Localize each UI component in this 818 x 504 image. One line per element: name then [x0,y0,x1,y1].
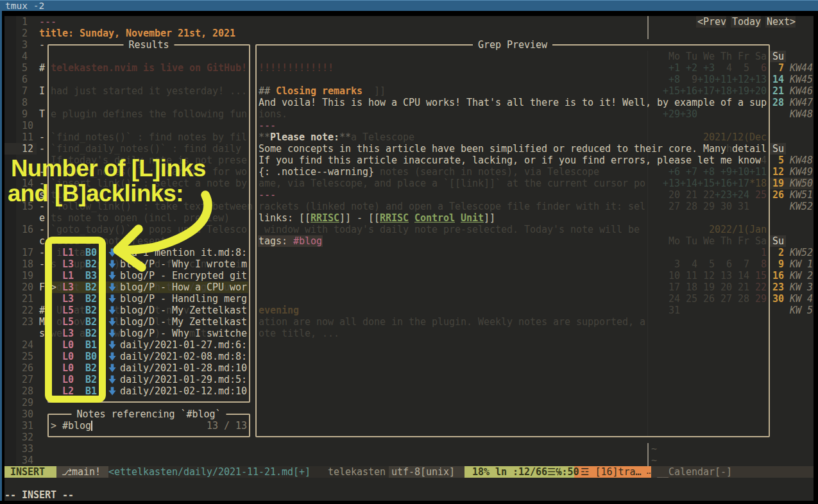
text-segment: 19 [772,178,784,189]
text-segment: 16 [22,224,33,235]
text-segment: 16 [772,270,784,281]
text-segment: 25 [22,351,33,362]
text-segment: 24 [22,339,33,351]
annotation-line1: Number of [L]inks [11,156,206,181]
text-segment: KW 3 [790,281,813,293]
text-segment: - [39,39,45,51]
text-segment: 8 [22,97,28,108]
text-segment: 28 [772,97,784,108]
text-segment: 4 [22,51,28,62]
text-segment: 20 [22,281,33,293]
text-segment: 32 [22,432,33,443]
calendar-buffer-label: __Calendar[-] [657,466,732,478]
text-segment: # [39,62,45,74]
text-segment: 22 [22,305,33,316]
whitespace-warning: ☲ [16]tra… [581,466,641,478]
text-segment: 29 [22,397,33,408]
text-segment: 34 [22,455,33,466]
text-segment: KW52 [790,247,813,258]
text-segment: 12 [772,166,784,178]
text-segment: e [39,212,45,224]
text-segment: 27 [22,374,33,385]
text-segment: 9 [22,108,28,120]
text-segment: 18 [22,258,33,270]
calendar-next-button[interactable]: Next> [767,16,796,28]
file-path: <ettelkasten/daily/2021-11-21.md[+] [108,466,311,478]
text-segment: --- [39,16,56,28]
text-segment: 26 [772,189,784,201]
text-segment: ~ [651,455,657,466]
annotation-label: Number of [L]inks and [B]acklinks: [8,156,206,206]
grep-preview-window: Grep Preview [255,44,770,437]
prompt-window: Notes referencing `#blog` [47,414,250,437]
grep-preview-window-title: Grep Preview [473,39,552,51]
plugin-label: telekasten [328,466,386,478]
text-segment: 23 [22,316,33,328]
git-branch-icon: ⎇ [62,466,72,478]
screenshot-root: tmux -2 1---<PrevTodayNext>2title: Sunda… [0,0,818,504]
calendar-mode-dots: .. [645,466,650,478]
text-segment: 23 [772,281,784,293]
text-segment: 31 [22,420,33,432]
text-segment: KW 2 [790,270,813,281]
text-segment: 30 [772,293,784,305]
text-segment: 30 [22,408,33,420]
text-segment: KW49 [790,166,813,178]
text-segment: 14 [772,74,784,85]
calendar-prev-button[interactable]: <Prev [697,16,726,28]
text-segment: title: Sunday, November 21st, 2021 [39,28,235,39]
text-segment: - [39,247,45,258]
text-segment: I [39,85,45,97]
text-segment: 33 [22,443,33,455]
text-segment: - [39,258,45,270]
text-segment: KW48 [790,155,813,166]
text-segment: T [39,108,45,120]
position-info: 18% ln :12/66☰℅:50 [472,466,579,478]
text-segment: Su [772,143,784,155]
text-segment: ~ [651,443,657,455]
text-segment: - [39,224,45,235]
results-window-title: Results [124,39,175,51]
encoding-label: utf-8[unix] [391,466,455,478]
terminal-row-41: -- INSERT -- [4,489,814,501]
text-segment: 3 [22,39,28,51]
text-segment: Su [772,51,784,62]
text-segment: 6 [22,74,28,85]
text-segment: c [39,235,45,247]
terminal-row-1: 2title: Sunday, November 21st, 2021 [4,28,814,39]
terminal-row-0: 1---<PrevTodayNext> [4,16,814,28]
text-segment: 28 [22,385,33,397]
text-segment: 5 [778,155,784,166]
text-segment: 12 [22,143,33,155]
text-segment: KW44 [790,62,813,74]
text-segment: KW47 [790,97,813,108]
text-segment: 7 [778,62,784,74]
calendar-today-button[interactable]: Today [732,16,761,28]
tmux-titlebar[interactable]: tmux -2 [0,0,818,11]
annotation-line2: and [B]acklinks: [8,181,206,206]
text-segment: - [39,143,45,155]
text-segment: # [39,305,45,316]
text-segment: 10 [22,120,33,131]
text-segment: 26 [22,362,33,374]
text-segment: KW46 [790,85,813,97]
text-segment: KW52 [790,201,813,212]
text-segment: 7 [22,85,28,97]
terminal-screen[interactable]: 1---<PrevTodayNext>2title: Sunday, Novem… [4,16,814,501]
text-segment: 1 [22,16,28,28]
text-segment: 2 [778,247,784,258]
window-left-border [0,11,2,501]
text-segment: 17 [22,247,33,258]
text-segment: 21 [772,85,784,97]
mode-indicator: INSERT [10,466,45,478]
window-title: tmux -2 [5,1,44,11]
text-segment: Su [772,235,784,247]
text-segment: 19 [22,270,33,281]
text-segment: - [39,131,45,143]
text-segment: -- INSERT -- [4,489,74,501]
text-segment: F [39,281,45,293]
text-segment: 2 [22,28,28,39]
annotation-highlight-box [45,237,106,403]
text-segment: KW45 [790,74,813,85]
text-segment: 11 [22,131,33,143]
